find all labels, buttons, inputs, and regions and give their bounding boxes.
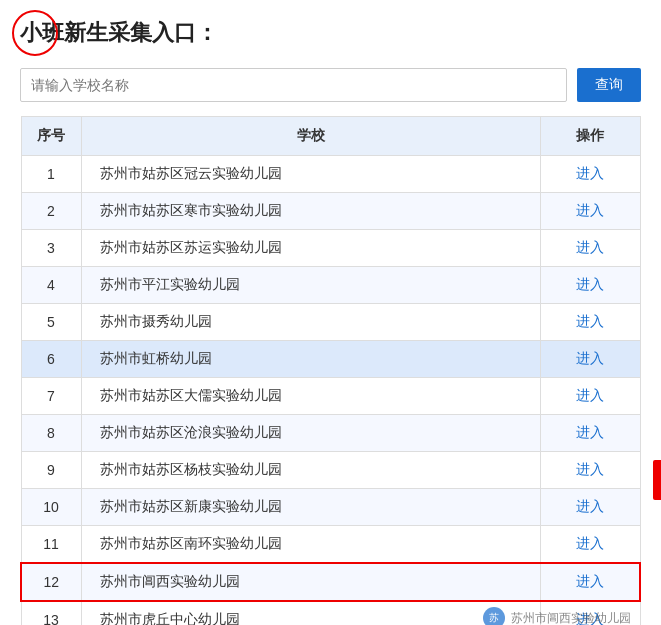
table-row: 7苏州市姑苏区大儒实验幼儿园进入	[21, 378, 640, 415]
cell-school: 苏州市平江实验幼儿园	[81, 267, 540, 304]
table-header-row: 序号 学校 操作	[21, 117, 640, 156]
cell-id: 5	[21, 304, 81, 341]
cell-id: 11	[21, 526, 81, 564]
cell-action: 进入	[540, 341, 640, 378]
table-row: 13苏州市虎丘中心幼儿园进入	[21, 601, 640, 625]
enter-link[interactable]: 进入	[576, 611, 604, 625]
cell-school: 苏州市虎丘中心幼儿园	[81, 601, 540, 625]
cell-id: 13	[21, 601, 81, 625]
cell-action: 进入	[540, 230, 640, 267]
page-container: 小班新生采集入口： 查询 序号 学校 操作 1苏州市姑苏区冠云实验幼儿园进入2苏…	[0, 0, 661, 625]
enter-link[interactable]: 进入	[576, 350, 604, 366]
table-row: 6苏州市虹桥幼儿园进入	[21, 341, 640, 378]
cell-school: 苏州市姑苏区大儒实验幼儿园	[81, 378, 540, 415]
table-row: 10苏州市姑苏区新康实验幼儿园进入	[21, 489, 640, 526]
table-row: 11苏州市姑苏区南环实验幼儿园进入	[21, 526, 640, 564]
cell-action: 进入	[540, 526, 640, 564]
page-title: 小班新生采集入口：	[20, 18, 218, 48]
cell-school: 苏州市姑苏区新康实验幼儿园	[81, 489, 540, 526]
cell-school: 苏州市姑苏区杨枝实验幼儿园	[81, 452, 540, 489]
table-row: 1苏州市姑苏区冠云实验幼儿园进入	[21, 156, 640, 193]
enter-link[interactable]: 进入	[576, 313, 604, 329]
table-row: 3苏州市姑苏区苏运实验幼儿园进入	[21, 230, 640, 267]
cell-action: 进入	[540, 415, 640, 452]
table-wrap: 序号 学校 操作 1苏州市姑苏区冠云实验幼儿园进入2苏州市姑苏区寒市实验幼儿园进…	[0, 116, 661, 625]
cell-school: 苏州市姑苏区南环实验幼儿园	[81, 526, 540, 564]
cell-action: 进入	[540, 193, 640, 230]
col-header-id: 序号	[21, 117, 81, 156]
cell-id: 4	[21, 267, 81, 304]
cell-school: 苏州市摄秀幼儿园	[81, 304, 540, 341]
search-input[interactable]	[20, 68, 567, 102]
enter-link[interactable]: 进入	[576, 165, 604, 181]
cell-id: 3	[21, 230, 81, 267]
cell-action: 进入	[540, 378, 640, 415]
cell-school: 苏州市姑苏区苏运实验幼儿园	[81, 230, 540, 267]
cell-id: 10	[21, 489, 81, 526]
cell-id: 1	[21, 156, 81, 193]
cell-school: 苏州市阊西实验幼儿园	[81, 563, 540, 601]
col-header-school: 学校	[81, 117, 540, 156]
enter-link[interactable]: 进入	[576, 387, 604, 403]
search-bar: 查询	[0, 60, 661, 116]
enter-link[interactable]: 进入	[576, 202, 604, 218]
table-row: 2苏州市姑苏区寒市实验幼儿园进入	[21, 193, 640, 230]
search-button[interactable]: 查询	[577, 68, 641, 102]
cell-school: 苏州市虹桥幼儿园	[81, 341, 540, 378]
cell-action: 进入	[540, 267, 640, 304]
cell-id: 7	[21, 378, 81, 415]
red-side-bar	[653, 460, 661, 500]
enter-link[interactable]: 进入	[576, 424, 604, 440]
enter-link[interactable]: 进入	[576, 498, 604, 514]
cell-id: 8	[21, 415, 81, 452]
table-row: 8苏州市姑苏区沧浪实验幼儿园进入	[21, 415, 640, 452]
cell-action: 进入	[540, 601, 640, 625]
school-table: 序号 学校 操作 1苏州市姑苏区冠云实验幼儿园进入2苏州市姑苏区寒市实验幼儿园进…	[20, 116, 641, 625]
enter-link[interactable]: 进入	[576, 276, 604, 292]
cell-action: 进入	[540, 304, 640, 341]
table-row: 4苏州市平江实验幼儿园进入	[21, 267, 640, 304]
page-header: 小班新生采集入口：	[0, 0, 661, 60]
cell-school: 苏州市姑苏区沧浪实验幼儿园	[81, 415, 540, 452]
enter-link[interactable]: 进入	[576, 239, 604, 255]
cell-action: 进入	[540, 563, 640, 601]
col-header-action: 操作	[540, 117, 640, 156]
table-row: 5苏州市摄秀幼儿园进入	[21, 304, 640, 341]
cell-id: 2	[21, 193, 81, 230]
table-row: 12苏州市阊西实验幼儿园进入	[21, 563, 640, 601]
enter-link[interactable]: 进入	[576, 461, 604, 477]
cell-id: 6	[21, 341, 81, 378]
cell-action: 进入	[540, 452, 640, 489]
cell-action: 进入	[540, 156, 640, 193]
cell-school: 苏州市姑苏区寒市实验幼儿园	[81, 193, 540, 230]
cell-id: 12	[21, 563, 81, 601]
cell-school: 苏州市姑苏区冠云实验幼儿园	[81, 156, 540, 193]
enter-link[interactable]: 进入	[576, 573, 604, 589]
enter-link[interactable]: 进入	[576, 535, 604, 551]
table-row: 9苏州市姑苏区杨枝实验幼儿园进入	[21, 452, 640, 489]
cell-id: 9	[21, 452, 81, 489]
cell-action: 进入	[540, 489, 640, 526]
